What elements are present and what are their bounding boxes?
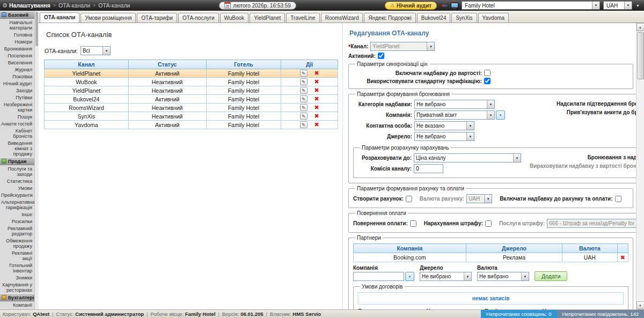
delete-icon[interactable]: ✖ bbox=[314, 105, 319, 110]
contact-select[interactable]: Не вказано ▼ bbox=[414, 121, 474, 130]
tab[interactable]: YieldPlanet bbox=[250, 13, 285, 23]
delete-icon[interactable]: ✖ bbox=[314, 113, 319, 119]
table-row[interactable]: WuBook Неактивний Family Hotel ✎ ✖ bbox=[45, 78, 338, 86]
scroll-up-icon[interactable]: ▲ bbox=[636, 23, 644, 31]
sidebar-item[interactable]: Статистика bbox=[0, 178, 34, 184]
partner-company-input[interactable] bbox=[353, 272, 404, 281]
delete-icon[interactable]: ✖ bbox=[314, 96, 319, 102]
tab[interactable]: Bukovel24 bbox=[417, 13, 451, 23]
partner-row[interactable]: Booking.com Реклама UAH ✖ bbox=[354, 253, 628, 262]
edit-icon[interactable]: ✎ bbox=[300, 70, 308, 77]
sync-arrows-icon[interactable]: ◄► bbox=[440, 3, 448, 8]
sidebar-item[interactable]: Поселення bbox=[0, 52, 34, 59]
delete-icon[interactable]: ✖ bbox=[314, 79, 319, 85]
commission-input[interactable] bbox=[414, 164, 443, 173]
sidebar-item[interactable]: Обмеження продажу bbox=[0, 237, 34, 249]
night-audit-button[interactable]: ⚠ Нічний аудит bbox=[385, 2, 437, 10]
tab[interactable]: Yavdoma bbox=[478, 13, 509, 23]
column-header-channel[interactable]: Канал bbox=[45, 60, 129, 69]
penalty-checkbox[interactable] bbox=[485, 220, 492, 227]
tab[interactable]: TravelLine bbox=[286, 13, 319, 23]
sidebar-item[interactable]: Компанії bbox=[0, 301, 34, 308]
menu-caret-icon[interactable]: ▼ bbox=[636, 4, 640, 8]
column-header-status[interactable]: Статус bbox=[128, 60, 206, 69]
sidebar-item[interactable]: Харчування у ресторанах bbox=[0, 281, 34, 293]
active-checkbox[interactable] bbox=[378, 53, 384, 59]
table-row[interactable]: RoomsWizard Неактивний Family Hotel ✎ ✖ bbox=[45, 103, 338, 112]
notifications-badge[interactable]: Непрочитаних сповіщень: 0 bbox=[481, 310, 557, 318]
scroll-down-icon[interactable]: ▼ bbox=[636, 301, 644, 309]
sidebar-item[interactable]: Готельний інвентар bbox=[0, 262, 34, 274]
sidebar-item[interactable]: Головна bbox=[0, 31, 34, 38]
breadcrumb-root[interactable]: Налаштування bbox=[9, 2, 50, 9]
sidebar-item[interactable]: Розсилки bbox=[0, 218, 34, 225]
partner-currency-select[interactable]: Не вибрано ▼ bbox=[477, 272, 529, 281]
sidebar-item[interactable]: Журнал bbox=[0, 66, 34, 73]
sidebar-item[interactable]: Рекламний редактор bbox=[0, 225, 34, 237]
sidebar-item[interactable]: Навчальні матеріали bbox=[0, 19, 34, 31]
sidebar-item[interactable]: Бронювання bbox=[0, 45, 34, 52]
tab[interactable]: ОТА-послуги bbox=[178, 13, 219, 23]
sidebar-section-sales[interactable]: Продаж bbox=[0, 157, 34, 165]
sidebar-item[interactable]: Виселення bbox=[0, 59, 34, 66]
table-row[interactable]: SynXis Неактивний Family Hotel ✎ ✖ bbox=[45, 112, 338, 121]
tab[interactable]: SynXis bbox=[451, 13, 477, 23]
sidebar-item[interactable]: Номери bbox=[0, 38, 34, 45]
breadcrumb-level1[interactable]: ОТА-канали bbox=[58, 2, 90, 9]
sidebar-item[interactable]: Знижки bbox=[0, 274, 34, 281]
sidebar-item[interactable]: Путівки bbox=[0, 94, 34, 101]
markup-category-select[interactable]: Не вибрано ▼ bbox=[414, 100, 495, 109]
standard-tariff-checkbox[interactable] bbox=[484, 78, 491, 84]
breadcrumb-level2[interactable]: ОТА-канали bbox=[98, 2, 130, 9]
sidebar-item[interactable]: Прейскуранти bbox=[0, 191, 34, 198]
create-invoice-checkbox[interactable] bbox=[406, 196, 412, 202]
sidebar-item[interactable]: Послуги та заходи bbox=[0, 165, 34, 178]
partner-company-picker-icon[interactable]: ▼ bbox=[405, 272, 414, 281]
sidebar-item[interactable]: Альтернативна тарифікація bbox=[0, 198, 34, 211]
edit-icon[interactable]: ✎ bbox=[300, 113, 308, 120]
tab[interactable]: ОТА-канали bbox=[40, 12, 79, 23]
tab[interactable]: Яндекс Подорожі bbox=[364, 13, 415, 23]
sidebar-item[interactable]: Умови bbox=[0, 184, 34, 191]
sidebar-item[interactable]: Нічний аудит bbox=[0, 80, 34, 87]
company-select[interactable]: Приватний візит ▼ bbox=[414, 110, 495, 120]
sidebar-item[interactable]: Інше bbox=[0, 211, 34, 218]
edit-icon[interactable]: ✎ bbox=[300, 87, 308, 94]
sidebar-section-basic[interactable]: Базовий bbox=[0, 11, 34, 19]
refund-checkbox[interactable] bbox=[410, 220, 416, 227]
partner-source-select[interactable]: Не вибрано ▼ bbox=[420, 272, 472, 281]
tab[interactable]: Умови розміщення bbox=[80, 13, 136, 23]
channels-filter-select[interactable]: Всі ▼ bbox=[80, 46, 111, 55]
sidebar-item[interactable]: Заходи bbox=[0, 87, 34, 94]
table-row[interactable]: YieldPlanet Активний Family Hotel ✎ ✖ bbox=[45, 69, 338, 78]
sidebar-item[interactable]: Виведення кімнат з продажу bbox=[0, 139, 34, 157]
sidebar-section-accounting[interactable]: Бухгалтерія bbox=[0, 293, 34, 301]
sidebar-item[interactable]: Кабінет броніста bbox=[0, 127, 34, 139]
sidebar-scrollbar-thumb[interactable] bbox=[35, 12, 38, 46]
tab[interactable]: RoomsWizard bbox=[321, 13, 363, 23]
messages-badge[interactable]: Непрочитаних повідомлень: 142 bbox=[557, 310, 644, 318]
company-picker-icon[interactable]: ▼ bbox=[496, 110, 505, 120]
table-row[interactable]: Bukovel24 Активний Family Hotel ✎ ✖ bbox=[45, 95, 338, 103]
sidebar-item[interactable]: Пошук bbox=[0, 113, 34, 120]
sidebar-item[interactable]: Анкети гостей bbox=[0, 120, 34, 127]
include-markup-checkbox[interactable] bbox=[484, 70, 491, 76]
currency-select[interactable]: UAH ▼ bbox=[603, 1, 632, 10]
include-markup-invoice-checkbox[interactable] bbox=[615, 196, 621, 202]
table-row[interactable]: Yavdoma Активний Family Hotel ✎ ✖ bbox=[45, 121, 338, 129]
editor-scrollbar-thumb[interactable] bbox=[637, 32, 644, 79]
edit-icon[interactable]: ✎ bbox=[300, 104, 308, 111]
tab[interactable]: WuBook bbox=[220, 13, 249, 23]
edit-icon[interactable]: ✎ bbox=[300, 95, 308, 102]
tab[interactable]: ОТА-тарифи bbox=[137, 13, 177, 23]
sidebar-item[interactable]: Незбережені картки bbox=[0, 101, 34, 113]
source-select[interactable]: Не вибрано ▼ bbox=[414, 132, 474, 141]
add-partner-button[interactable]: Додати bbox=[535, 271, 567, 281]
edit-icon[interactable]: ✎ bbox=[300, 78, 308, 85]
sidebar-item[interactable]: Покоївки bbox=[0, 73, 34, 80]
delete-icon[interactable]: ✖ bbox=[620, 255, 625, 261]
table-row[interactable]: YieldPlanet Неактивний Family Hotel ✎ ✖ bbox=[45, 86, 338, 95]
delete-icon[interactable]: ✖ bbox=[314, 122, 319, 128]
calc-to-select[interactable]: Ціна каналу ▼ bbox=[414, 153, 521, 162]
sidebar-item[interactable]: Рекламні акції bbox=[0, 249, 34, 262]
